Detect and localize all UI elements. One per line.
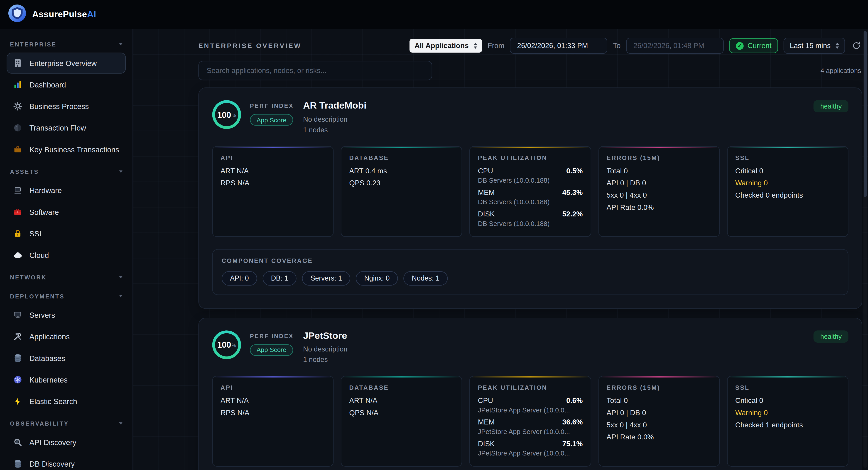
app-root: AssurePulseAI ENTERPRISEEnterprise Overv…	[0, 0, 868, 470]
sidebar-item-ssl[interactable]: SSL	[7, 223, 126, 244]
metric-grid: APIART N/ARPS N/ADATABASEART N/AQPS N/AP…	[212, 376, 848, 467]
laptop-icon	[13, 186, 23, 195]
metric-line: API Rate 0.0%	[607, 203, 711, 211]
sidebar-section-assets[interactable]: ASSETS	[7, 161, 126, 179]
sidebar-item-elastic-search[interactable]: Elastic Search	[7, 391, 126, 412]
bar-chart-icon	[13, 80, 23, 90]
metric-value: 45.3%	[562, 188, 583, 197]
app-name[interactable]: AR TradeMobi	[303, 101, 366, 111]
app-description: No description	[303, 345, 347, 353]
section-label-text: OBSERVABILITY	[10, 420, 69, 427]
sidebar-item-hardware[interactable]: Hardware	[7, 180, 126, 201]
coverage-pill: API: 0	[222, 271, 257, 286]
coverage-pill: Nodes: 1	[403, 271, 447, 286]
metric-card-api: APIART N/ARPS N/A	[212, 146, 334, 237]
metric-value: 0.6%	[566, 397, 583, 405]
sidebar-item-servers[interactable]: Servers	[7, 304, 126, 326]
from-label: From	[488, 41, 504, 50]
sidebar-item-applications[interactable]: Applications	[7, 326, 126, 347]
status-badge: healthy	[813, 100, 848, 112]
scrollbar-thumb[interactable]	[864, 31, 867, 197]
metric-card-peak-utilization: PEAK UTILIZATIONCPU0.5%DB Servers (10.0.…	[470, 146, 591, 237]
magnifier-icon	[13, 437, 23, 447]
from-datetime-input[interactable]: 26/02/2026, 01:33 PM	[510, 38, 608, 54]
metric-line: ART N/A	[220, 166, 325, 175]
app-description: No description	[303, 115, 366, 123]
chevron-down-icon	[119, 423, 123, 425]
metric-kv-row: DISK52.2%	[478, 210, 583, 218]
metric-line: API 0 | DB 0	[607, 409, 711, 417]
tools-icon	[13, 332, 23, 341]
app-name[interactable]: JPetStore	[303, 331, 347, 341]
sidebar-item-db-discovery[interactable]: DB Discovery	[7, 453, 126, 470]
sidebar-item-enterprise-overview[interactable]: Enterprise Overview	[7, 53, 126, 74]
applications-count: 4 applications	[820, 67, 862, 74]
application-filter-select[interactable]: All Applications	[409, 39, 482, 53]
coverage-pill: Nginx: 0	[356, 271, 398, 286]
sidebar-item-label: Elastic Search	[29, 397, 77, 405]
metric-source: DB Servers (10.0.0.188)	[478, 198, 583, 206]
select-stepper-icon	[474, 43, 477, 49]
sidebar-item-key-business-transactions[interactable]: Key Business Transactions	[7, 139, 126, 160]
metric-line: Warning 0	[735, 178, 840, 187]
sidebar-item-software[interactable]: Software	[7, 201, 126, 223]
metric-card-title: PEAK UTILIZATION	[478, 154, 583, 161]
perf-index-label: PERF INDEX	[250, 102, 294, 109]
metric-source: JPetStore App Server (10.0.0...	[478, 428, 583, 436]
brand[interactable]: AssurePulseAI	[8, 4, 96, 25]
sidebar-section-observability[interactable]: OBSERVABILITY	[7, 412, 126, 431]
time-range-value: Last 15 mins	[790, 41, 831, 50]
app-score-pill[interactable]: App Score	[250, 114, 293, 126]
time-range-select[interactable]: Last 15 mins	[784, 38, 845, 54]
perf-gauge: 100%	[212, 330, 241, 359]
brand-accent-text: AI	[87, 9, 96, 19]
sidebar-section-enterprise[interactable]: ENTERPRISE	[7, 33, 126, 52]
metric-card-ssl: SSLCritical 0Warning 0Checked 0 endpoint…	[727, 146, 848, 237]
app-score-pill[interactable]: App Score	[250, 344, 293, 356]
metric-line: 5xx 0 | 4xx 0	[607, 191, 711, 199]
refresh-icon	[852, 41, 861, 51]
scrollbar[interactable]	[863, 31, 867, 468]
sidebar-item-business-process[interactable]: Business Process	[7, 96, 126, 117]
sidebar-item-label: Kubernetes	[29, 375, 68, 384]
metric-line: Warning 0	[735, 409, 840, 417]
header-controls: All Applications From 26/02/2026, 01:33 …	[409, 38, 862, 54]
sidebar-item-dashboard[interactable]: Dashboard	[7, 74, 126, 95]
perf-gauge-value: 100%	[215, 333, 239, 357]
current-button[interactable]: ✓ Current	[729, 38, 778, 53]
sidebar-item-cloud[interactable]: Cloud	[7, 245, 126, 266]
refresh-button[interactable]	[850, 40, 862, 52]
cloud-icon	[13, 250, 23, 260]
main-header: ENTERPRISE OVERVIEW All Applications Fro…	[198, 38, 862, 54]
metric-source: DB Servers (10.0.0.188)	[478, 176, 583, 184]
sidebar-item-label: Servers	[29, 311, 55, 319]
kubernetes-icon	[13, 375, 23, 385]
to-datetime-input[interactable]: 26/02/2026, 01:48 PM	[626, 38, 724, 54]
metric-line: QPS 0.23	[349, 178, 454, 187]
perf-gauge: 100%	[212, 100, 241, 129]
sidebar-section-network[interactable]: NETWORK	[7, 266, 126, 285]
sidebar-item-label: SSL	[29, 229, 43, 238]
sidebar-item-databases[interactable]: Databases	[7, 348, 126, 369]
metric-line: Checked 0 endpoints	[735, 191, 840, 199]
metric-value: 52.2%	[562, 210, 583, 218]
metric-line: RPS N/A	[220, 178, 325, 187]
metric-line: Total 0	[607, 166, 711, 175]
metric-kv-row: MEM36.6%	[478, 418, 583, 427]
database-icon	[13, 459, 23, 469]
metric-card-title: SSL	[735, 154, 840, 161]
app-node-count: 1 nodes	[303, 126, 366, 134]
sidebar-item-api-discovery[interactable]: API Discovery	[7, 432, 126, 453]
sidebar-section-deployments[interactable]: DEPLOYMENTS	[7, 285, 126, 304]
metric-card-database: DATABASEART 0.4 msQPS 0.23	[341, 146, 462, 237]
search-input[interactable]	[198, 61, 432, 80]
sidebar-item-transaction-flow[interactable]: Transaction Flow	[7, 118, 126, 138]
metric-key: CPU	[478, 166, 493, 175]
metric-kv-row: DISK75.1%	[478, 440, 583, 448]
app-card-header: 100%PERF INDEXApp ScoreAR TradeMobiNo de…	[212, 100, 848, 134]
sidebar-item-label: Cloud	[29, 251, 49, 260]
metric-grid: APIART N/ARPS N/ADATABASEART 0.4 msQPS 0…	[212, 146, 848, 237]
sidebar-item-kubernetes[interactable]: Kubernetes	[7, 369, 126, 390]
shell: ENTERPRISEEnterprise OverviewDashboardBu…	[0, 29, 868, 470]
app-title-block: JPetStoreNo description1 nodes	[303, 331, 347, 364]
